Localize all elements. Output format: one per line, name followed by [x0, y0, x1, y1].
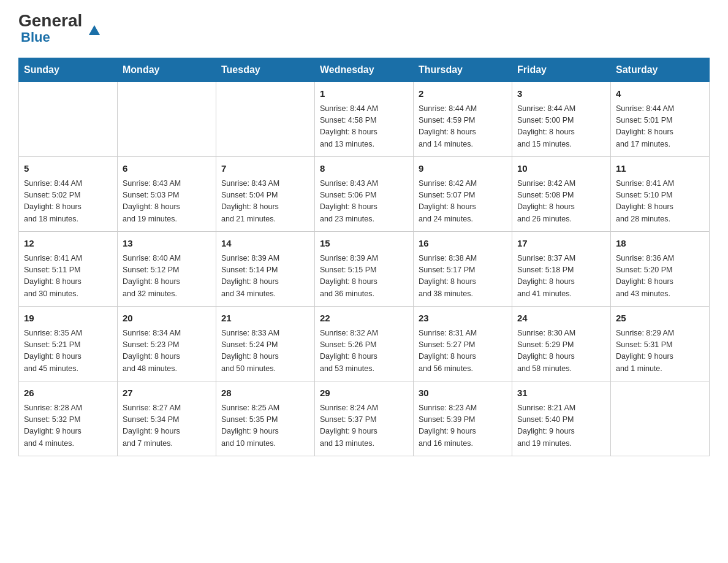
day-info: Sunrise: 8:37 AMSunset: 5:18 PMDaylight:…	[517, 253, 605, 301]
day-number: 19	[24, 312, 112, 326]
day-number: 10	[517, 162, 605, 176]
day-info: Sunrise: 8:29 AMSunset: 5:31 PMDaylight:…	[616, 327, 704, 375]
calendar-cell: 7Sunrise: 8:43 AMSunset: 5:04 PMDaylight…	[216, 157, 315, 232]
day-info: Sunrise: 8:30 AMSunset: 5:29 PMDaylight:…	[517, 327, 605, 375]
day-info: Sunrise: 8:23 AMSunset: 5:39 PMDaylight:…	[419, 402, 507, 450]
calendar-cell: 16Sunrise: 8:38 AMSunset: 5:17 PMDayligh…	[414, 232, 512, 307]
day-info: Sunrise: 8:44 AMSunset: 5:02 PMDaylight:…	[24, 178, 112, 226]
day-info: Sunrise: 8:43 AMSunset: 5:03 PMDaylight:…	[123, 178, 211, 226]
calendar-cell: 4Sunrise: 8:44 AMSunset: 5:01 PMDaylight…	[611, 82, 710, 157]
day-number: 20	[123, 312, 211, 326]
day-info: Sunrise: 8:28 AMSunset: 5:32 PMDaylight:…	[24, 402, 112, 450]
day-number: 24	[517, 312, 605, 326]
day-info: Sunrise: 8:31 AMSunset: 5:27 PMDaylight:…	[419, 327, 507, 375]
calendar-cell: 25Sunrise: 8:29 AMSunset: 5:31 PMDayligh…	[611, 307, 710, 381]
day-number: 15	[320, 237, 408, 251]
logo: General Blue	[18, 12, 89, 45]
day-number: 31	[517, 386, 605, 400]
day-info: Sunrise: 8:42 AMSunset: 5:07 PMDaylight:…	[419, 178, 507, 226]
calendar-cell	[216, 82, 315, 157]
calendar-cell: 27Sunrise: 8:27 AMSunset: 5:34 PMDayligh…	[118, 381, 216, 456]
calendar-cell: 19Sunrise: 8:35 AMSunset: 5:21 PMDayligh…	[19, 307, 118, 381]
calendar-cell: 29Sunrise: 8:24 AMSunset: 5:37 PMDayligh…	[315, 381, 414, 456]
calendar-header-row: SundayMondayTuesdayWednesdayThursdayFrid…	[19, 58, 710, 82]
day-number: 4	[616, 87, 704, 101]
calendar-cell: 15Sunrise: 8:39 AMSunset: 5:15 PMDayligh…	[315, 232, 414, 307]
day-info: Sunrise: 8:27 AMSunset: 5:34 PMDaylight:…	[123, 402, 211, 450]
day-info: Sunrise: 8:44 AMSunset: 5:01 PMDaylight:…	[616, 103, 704, 151]
day-number: 17	[517, 237, 605, 251]
calendar-cell: 21Sunrise: 8:33 AMSunset: 5:24 PMDayligh…	[216, 307, 315, 381]
day-header-thursday: Thursday	[414, 58, 512, 82]
calendar-cell: 13Sunrise: 8:40 AMSunset: 5:12 PMDayligh…	[118, 232, 216, 307]
day-info: Sunrise: 8:36 AMSunset: 5:20 PMDaylight:…	[616, 253, 704, 301]
day-info: Sunrise: 8:35 AMSunset: 5:21 PMDaylight:…	[24, 327, 112, 375]
calendar-cell: 8Sunrise: 8:43 AMSunset: 5:06 PMDaylight…	[315, 157, 414, 232]
day-number: 8	[320, 162, 408, 176]
day-number: 1	[320, 87, 408, 101]
calendar-cell: 14Sunrise: 8:39 AMSunset: 5:14 PMDayligh…	[216, 232, 315, 307]
day-number: 12	[24, 237, 112, 251]
calendar-cell: 10Sunrise: 8:42 AMSunset: 5:08 PMDayligh…	[512, 157, 611, 232]
calendar-cell: 18Sunrise: 8:36 AMSunset: 5:20 PMDayligh…	[611, 232, 710, 307]
day-number: 6	[123, 162, 211, 176]
day-info: Sunrise: 8:40 AMSunset: 5:12 PMDaylight:…	[123, 253, 211, 301]
calendar-cell: 24Sunrise: 8:30 AMSunset: 5:29 PMDayligh…	[512, 307, 611, 381]
day-info: Sunrise: 8:42 AMSunset: 5:08 PMDaylight:…	[517, 178, 605, 226]
calendar-cell	[118, 82, 216, 157]
day-number: 18	[616, 237, 704, 251]
day-number: 9	[419, 162, 507, 176]
day-info: Sunrise: 8:44 AMSunset: 4:59 PMDaylight:…	[419, 103, 507, 151]
day-number: 16	[419, 237, 507, 251]
calendar-cell: 2Sunrise: 8:44 AMSunset: 4:59 PMDaylight…	[414, 82, 512, 157]
day-header-monday: Monday	[118, 58, 216, 82]
calendar-cell: 9Sunrise: 8:42 AMSunset: 5:07 PMDaylight…	[414, 157, 512, 232]
day-number: 26	[24, 386, 112, 400]
day-info: Sunrise: 8:34 AMSunset: 5:23 PMDaylight:…	[123, 327, 211, 375]
day-number: 23	[419, 312, 507, 326]
page-header: General Blue	[18, 12, 710, 45]
day-info: Sunrise: 8:41 AMSunset: 5:10 PMDaylight:…	[616, 178, 704, 226]
calendar-cell: 30Sunrise: 8:23 AMSunset: 5:39 PMDayligh…	[414, 381, 512, 456]
day-header-sunday: Sunday	[19, 58, 118, 82]
day-info: Sunrise: 8:32 AMSunset: 5:26 PMDaylight:…	[320, 327, 408, 375]
day-info: Sunrise: 8:43 AMSunset: 5:06 PMDaylight:…	[320, 178, 408, 226]
week-row-1: 1Sunrise: 8:44 AMSunset: 4:58 PMDaylight…	[19, 82, 710, 157]
day-number: 21	[221, 312, 309, 326]
calendar-cell: 6Sunrise: 8:43 AMSunset: 5:03 PMDaylight…	[118, 157, 216, 232]
day-number: 14	[221, 237, 309, 251]
day-info: Sunrise: 8:41 AMSunset: 5:11 PMDaylight:…	[24, 253, 112, 301]
day-number: 22	[320, 312, 408, 326]
day-number: 30	[419, 386, 507, 400]
week-row-2: 5Sunrise: 8:44 AMSunset: 5:02 PMDaylight…	[19, 157, 710, 232]
day-header-wednesday: Wednesday	[315, 58, 414, 82]
day-number: 25	[616, 312, 704, 326]
day-header-tuesday: Tuesday	[216, 58, 315, 82]
day-number: 2	[419, 87, 507, 101]
calendar-cell: 22Sunrise: 8:32 AMSunset: 5:26 PMDayligh…	[315, 307, 414, 381]
svg-marker-0	[89, 25, 100, 35]
day-info: Sunrise: 8:39 AMSunset: 5:14 PMDaylight:…	[221, 253, 309, 301]
day-number: 11	[616, 162, 704, 176]
logo-blue-text: Blue	[21, 29, 50, 45]
day-number: 7	[221, 162, 309, 176]
calendar-cell: 3Sunrise: 8:44 AMSunset: 5:00 PMDaylight…	[512, 82, 611, 157]
day-info: Sunrise: 8:38 AMSunset: 5:17 PMDaylight:…	[419, 253, 507, 301]
week-row-4: 19Sunrise: 8:35 AMSunset: 5:21 PMDayligh…	[19, 307, 710, 381]
day-number: 13	[123, 237, 211, 251]
day-number: 5	[24, 162, 112, 176]
calendar-cell: 31Sunrise: 8:21 AMSunset: 5:40 PMDayligh…	[512, 381, 611, 456]
calendar-cell: 20Sunrise: 8:34 AMSunset: 5:23 PMDayligh…	[118, 307, 216, 381]
day-header-friday: Friday	[512, 58, 611, 82]
calendar-cell: 1Sunrise: 8:44 AMSunset: 4:58 PMDaylight…	[315, 82, 414, 157]
calendar-cell	[19, 82, 118, 157]
calendar-cell	[611, 381, 710, 456]
calendar-cell: 26Sunrise: 8:28 AMSunset: 5:32 PMDayligh…	[19, 381, 118, 456]
calendar-cell: 12Sunrise: 8:41 AMSunset: 5:11 PMDayligh…	[19, 232, 118, 307]
week-row-3: 12Sunrise: 8:41 AMSunset: 5:11 PMDayligh…	[19, 232, 710, 307]
week-row-5: 26Sunrise: 8:28 AMSunset: 5:32 PMDayligh…	[19, 381, 710, 456]
calendar-cell: 17Sunrise: 8:37 AMSunset: 5:18 PMDayligh…	[512, 232, 611, 307]
calendar-cell: 28Sunrise: 8:25 AMSunset: 5:35 PMDayligh…	[216, 381, 315, 456]
day-number: 3	[517, 87, 605, 101]
day-info: Sunrise: 8:44 AMSunset: 4:58 PMDaylight:…	[320, 103, 408, 151]
